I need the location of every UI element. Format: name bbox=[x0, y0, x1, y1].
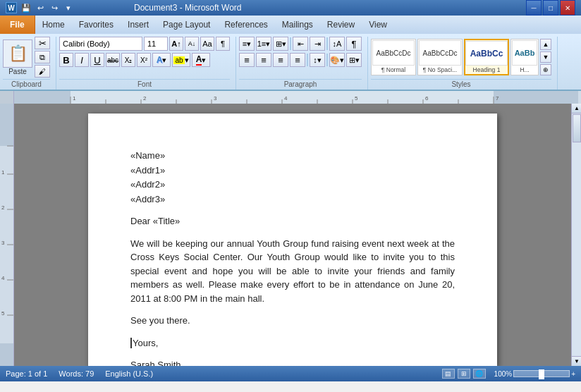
paste-label: Paste bbox=[8, 68, 27, 75]
style-heading1[interactable]: AaBbCc Heading 1 bbox=[464, 39, 509, 75]
redo-quick-btn[interactable]: ↪ bbox=[48, 1, 61, 14]
insert-menu[interactable]: Insert bbox=[121, 16, 156, 34]
minimize-btn[interactable]: ─ bbox=[526, 0, 542, 16]
bullets-button[interactable]: ≡▾ bbox=[239, 37, 255, 51]
svg-rect-1 bbox=[494, 91, 578, 104]
styles-scroll-down[interactable]: ▼ bbox=[540, 51, 551, 63]
paste-button[interactable]: 📋 Paste bbox=[3, 39, 32, 75]
numbering-button[interactable]: 1≡▾ bbox=[256, 37, 271, 51]
font-shrink-button[interactable]: A↓ bbox=[185, 37, 199, 51]
styles-scroll-up[interactable]: ▲ bbox=[540, 39, 551, 50]
align-center-button[interactable]: ≡ bbox=[256, 53, 271, 67]
clear-format-button[interactable]: ¶ bbox=[216, 37, 230, 51]
styles-scroll: ▲ ▼ ⊕ bbox=[540, 39, 551, 75]
style-normal-label: ¶ Normal bbox=[381, 66, 405, 73]
styles-content: AaBbCcDc ¶ Normal AaBbCcDc ¶ No Spaci...… bbox=[371, 37, 551, 79]
status-bar: Page: 1 of 1 Words: 79 English (U.S.) ▤ … bbox=[0, 366, 581, 381]
close-btn[interactable]: ✕ bbox=[560, 0, 575, 16]
undo-quick-btn[interactable]: ↩ bbox=[34, 1, 47, 14]
style-heading2[interactable]: AaBb H... bbox=[510, 39, 539, 75]
view-print-btn[interactable]: ▤ bbox=[442, 369, 455, 379]
window-controls: ─ □ ✕ bbox=[526, 0, 575, 16]
qa-more-btn[interactable]: ▾ bbox=[62, 1, 75, 14]
ruler-svg: 1 2 3 4 5 6 7 bbox=[14, 91, 581, 104]
ruler-corner bbox=[0, 91, 14, 104]
view-web-btn[interactable]: 🌐 bbox=[473, 369, 486, 379]
references-menu[interactable]: References bbox=[217, 16, 274, 34]
document-page: «Name» «Addr1» «Addr2» «Addr3» Dear «Tit… bbox=[88, 114, 497, 366]
strikethrough-button[interactable]: abc bbox=[106, 53, 120, 67]
body-paragraph: We will be keeping our annual Youth Grou… bbox=[130, 237, 455, 306]
review-menu[interactable]: Review bbox=[320, 16, 362, 34]
zoom-plus[interactable]: + bbox=[571, 370, 575, 378]
ribbon-groups: 📋 Paste ✂ ⧉ 🖌 Clipboard Calibri (Body) 1… bbox=[3, 37, 578, 90]
italic-button[interactable]: I bbox=[75, 53, 89, 67]
vertical-ruler-svg: 1 2 3 4 5 bbox=[0, 104, 14, 366]
page-area[interactable]: «Name» «Addr1» «Addr2» «Addr3» Dear «Tit… bbox=[14, 104, 571, 366]
change-case-button[interactable]: Aa bbox=[200, 37, 214, 51]
decrease-indent-button[interactable]: ⇤ bbox=[293, 37, 308, 51]
font-name-combo[interactable]: Calibri (Body) bbox=[59, 37, 142, 51]
favorites-menu[interactable]: Favorites bbox=[72, 16, 121, 34]
styles-more-btn[interactable]: ⊕ bbox=[540, 64, 551, 75]
ribbon: 📋 Paste ✂ ⧉ 🖌 Clipboard Calibri (Body) 1… bbox=[0, 34, 581, 91]
view-full-btn[interactable]: ⊞ bbox=[458, 369, 470, 379]
font-grow-button[interactable]: A↑ bbox=[169, 37, 183, 51]
style-no-spacing-preview: AaBbCcDc bbox=[419, 40, 461, 66]
see-you-line: See you there. bbox=[130, 314, 455, 328]
style-no-spacing[interactable]: AaBbCcDc ¶ No Spaci... bbox=[417, 39, 463, 75]
scroll-track bbox=[572, 114, 581, 356]
svg-text:2: 2 bbox=[143, 95, 147, 102]
scrollbar-v[interactable]: ▲ ▼ bbox=[571, 104, 581, 366]
show-formatting-button[interactable]: ¶ bbox=[346, 37, 362, 51]
menu-bar: File Home Favorites Insert Page Layout R… bbox=[0, 16, 581, 34]
increase-indent-button[interactable]: ⇥ bbox=[310, 37, 325, 51]
clipboard-group: 📋 Paste ✂ ⧉ 🖌 Clipboard bbox=[3, 37, 56, 90]
font-color-button[interactable]: A▾ bbox=[192, 53, 210, 67]
style-normal[interactable]: AaBbCcDc ¶ Normal bbox=[371, 39, 416, 75]
borders-button[interactable]: ⊞▾ bbox=[346, 53, 362, 67]
highlight-color-button[interactable]: ab▾ bbox=[172, 53, 190, 67]
align-right-button[interactable]: ≡ bbox=[273, 53, 288, 67]
vertical-ruler: 1 2 3 4 5 bbox=[0, 104, 14, 366]
justify-button[interactable]: ≡ bbox=[290, 53, 305, 67]
line-spacing-button[interactable]: ↕▾ bbox=[310, 53, 325, 67]
style-heading1-label: Heading 1 bbox=[473, 66, 501, 73]
subscript-button[interactable]: X₂ bbox=[121, 53, 135, 67]
paragraph-group: ≡▾ 1≡▾ ⊞▾ ⇤ ⇥ ↕A ¶ ≡ ≡ ≡ ≡ ↕▾ bbox=[239, 37, 368, 90]
home-menu[interactable]: Home bbox=[35, 16, 72, 34]
scroll-down-btn[interactable]: ▼ bbox=[572, 356, 581, 366]
clipboard-content: 📋 Paste ✂ ⧉ 🖌 bbox=[3, 37, 50, 79]
page-layout-menu[interactable]: Page Layout bbox=[156, 16, 217, 34]
quick-access-toolbar: 💾 ↩ ↪ ▾ bbox=[20, 1, 75, 14]
bold-button[interactable]: B bbox=[59, 53, 73, 67]
format-painter-button[interactable]: 🖌 bbox=[35, 65, 50, 78]
font-size-combo[interactable]: 11 bbox=[144, 37, 168, 51]
underline-button[interactable]: U bbox=[90, 53, 104, 67]
copy-button[interactable]: ⧉ bbox=[35, 51, 50, 63]
shading-button[interactable]: 🎨▾ bbox=[329, 53, 345, 67]
text-effects-button[interactable]: A▾ bbox=[152, 53, 171, 67]
para-sep3 bbox=[307, 54, 308, 66]
font-content: Calibri (Body) 11 A↑ A↓ Aa ¶ B I U abc X… bbox=[59, 37, 230, 79]
align-left-button[interactable]: ≡ bbox=[239, 53, 255, 67]
scroll-up-btn[interactable]: ▲ bbox=[572, 104, 581, 114]
styles-group: AaBbCcDc ¶ Normal AaBbCcDc ¶ No Spaci...… bbox=[371, 37, 558, 90]
zoom-slider[interactable] bbox=[513, 370, 570, 377]
multilevel-button[interactable]: ⊞▾ bbox=[273, 37, 288, 51]
para-row1: ≡▾ 1≡▾ ⊞▾ ⇤ ⇥ ↕A ¶ bbox=[239, 37, 362, 51]
svg-rect-23 bbox=[0, 104, 14, 146]
file-menu[interactable]: File bbox=[0, 16, 35, 34]
maximize-btn[interactable]: □ bbox=[543, 0, 558, 16]
sort-button[interactable]: ↕A bbox=[329, 37, 345, 51]
save-quick-btn[interactable]: 💾 bbox=[20, 1, 32, 14]
style-heading1-preview: AaBbCc bbox=[465, 41, 508, 66]
cut-button[interactable]: ✂ bbox=[35, 37, 50, 49]
superscript-button[interactable]: X² bbox=[137, 53, 151, 67]
para-sep4 bbox=[326, 54, 328, 66]
font-row2: B I U abc X₂ X² A▾ ab▾ A▾ bbox=[59, 53, 230, 67]
svg-text:1: 1 bbox=[73, 95, 76, 102]
view-menu[interactable]: View bbox=[362, 16, 394, 34]
scroll-thumb[interactable] bbox=[573, 114, 581, 142]
mailings-menu[interactable]: Mailings bbox=[275, 16, 320, 34]
